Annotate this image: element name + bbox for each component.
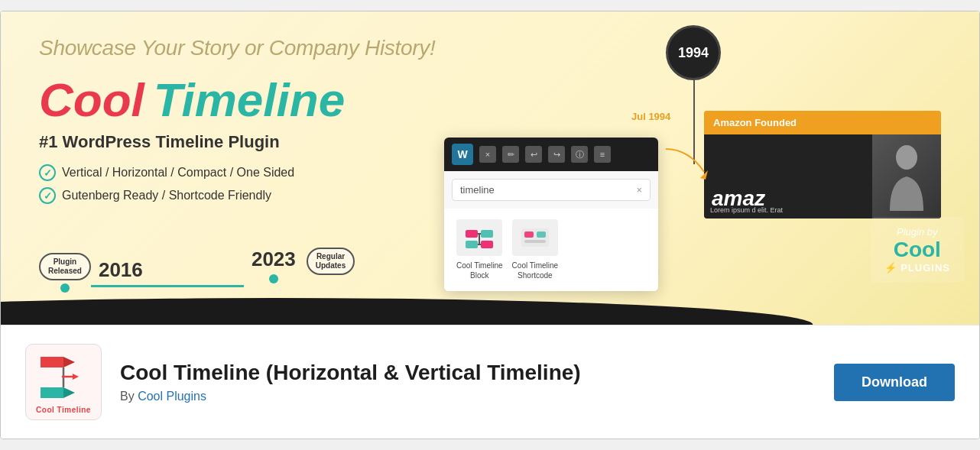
author-prefix: By bbox=[120, 390, 135, 403]
svg-rect-8 bbox=[524, 231, 534, 238]
brand-plugins-label: ⚡ PLUGINS bbox=[884, 262, 950, 274]
svg-rect-3 bbox=[481, 241, 493, 248]
block-label-2: Cool Timeline Shortcode bbox=[512, 261, 559, 280]
search-input-row[interactable]: timeline × bbox=[452, 179, 651, 201]
banner-headline: Showcase Your Story or Company History! bbox=[39, 36, 435, 60]
tl-regular-updates-label: Regular Updates bbox=[307, 248, 355, 275]
toolbar-undo-btn[interactable]: ↩ bbox=[525, 146, 542, 163]
svg-rect-7 bbox=[521, 228, 549, 247]
svg-rect-0 bbox=[466, 230, 478, 238]
check-icon: ✓ bbox=[39, 164, 56, 181]
svg-rect-9 bbox=[537, 231, 546, 238]
info-row: Cool Timeline Cool Timeline (Horizontal … bbox=[1, 325, 979, 439]
tl-year-2023: 2023 bbox=[251, 248, 296, 271]
amazon-content: amaz Lorem ipsum d elit. Erat bbox=[704, 134, 941, 219]
tl-start: Plugin Released bbox=[39, 253, 91, 293]
plugin-mockup: W × ✏ ↩ ↪ ⓘ ≡ timeline × bbox=[444, 138, 658, 291]
svg-marker-14 bbox=[63, 357, 75, 367]
plug-icon: ⚡ bbox=[884, 262, 897, 274]
block-item-block[interactable]: Cool Timeline Block bbox=[456, 219, 503, 280]
feature-text-2: Gutenberg Ready / Shortcode Friendly bbox=[62, 189, 271, 202]
wordpress-icon: W bbox=[452, 144, 473, 165]
timeline-block-svg bbox=[464, 225, 495, 250]
year-circle-1994: 1994 bbox=[666, 25, 721, 80]
tl-line-middle bbox=[91, 285, 244, 287]
banner-features: ✓ Vertical / Horizontal / Compact / One … bbox=[39, 164, 294, 210]
plugin-logo-svg bbox=[33, 351, 94, 404]
plugin-info: Cool Timeline (Horizontal & Vertical Tim… bbox=[120, 361, 816, 403]
svg-marker-17 bbox=[63, 387, 75, 398]
block-icon-timeline bbox=[456, 219, 502, 256]
feature-item: ✓ Gutenberg Ready / Shortcode Friendly bbox=[39, 187, 294, 204]
svg-rect-1 bbox=[481, 230, 493, 238]
brand-c-letter: C bbox=[894, 238, 909, 261]
block-item-shortcode[interactable]: Cool Timeline Shortcode bbox=[512, 219, 559, 280]
tl-regular-updates: Regular Updates bbox=[307, 270, 355, 275]
arrow-svg bbox=[658, 141, 712, 187]
block-label-1: Cool Timeline Block bbox=[456, 261, 503, 280]
toolbar-close-btn[interactable]: × bbox=[479, 146, 496, 163]
toolbar-info-btn[interactable]: ⓘ bbox=[571, 146, 588, 163]
author-link[interactable]: Cool Plugins bbox=[138, 390, 206, 403]
banner-subtitle: #1 WordPress Timeline Plugin bbox=[39, 132, 280, 152]
toolbar-edit-btn[interactable]: ✏ bbox=[502, 146, 519, 163]
feature-text-1: Vertical / Horizontal / Compact / One Si… bbox=[62, 166, 294, 180]
banner-title: CoolTimeline bbox=[39, 73, 345, 127]
search-clear-icon[interactable]: × bbox=[636, 184, 642, 196]
mockup-search-area: timeline × bbox=[444, 171, 658, 209]
plugin-name: Cool Timeline (Horizontal & Vertical Tim… bbox=[120, 361, 816, 385]
download-button[interactable]: Download bbox=[834, 364, 955, 401]
brand-plugins-text: PLUGINS bbox=[900, 262, 950, 274]
plugin-logo: Cool Timeline bbox=[25, 344, 102, 420]
svg-marker-16 bbox=[41, 387, 63, 398]
person-svg bbox=[884, 142, 930, 211]
svg-marker-13 bbox=[41, 357, 63, 367]
tl-dot-start bbox=[60, 283, 70, 293]
svg-rect-10 bbox=[524, 240, 546, 243]
check-icon: ✓ bbox=[39, 187, 56, 204]
plugin-card: Showcase Your Story or Company History! … bbox=[0, 11, 980, 439]
cool-plugins-brand: Plugin by Cool ⚡ PLUGINS bbox=[871, 217, 964, 283]
search-query: timeline bbox=[460, 184, 495, 196]
brand-cool-logo: Cool bbox=[884, 238, 950, 262]
brand-plugin-by-label: Plugin by bbox=[884, 226, 950, 238]
svg-rect-2 bbox=[466, 241, 478, 248]
banner: Showcase Your Story or Company History! … bbox=[1, 11, 979, 325]
svg-point-11 bbox=[896, 145, 917, 170]
amazon-card: Jul 1994 Amazon Founded amaz Lorem ipsum… bbox=[704, 111, 941, 219]
tl-year-2016: 2016 bbox=[99, 258, 143, 282]
title-cool: Cool bbox=[39, 73, 144, 126]
amazon-person-silhouette bbox=[872, 134, 941, 219]
mockup-toolbar: W × ✏ ↩ ↪ ⓘ ≡ bbox=[444, 138, 658, 171]
tl-2016: 2016 bbox=[91, 258, 244, 287]
title-timeline: Timeline bbox=[154, 73, 345, 126]
toolbar-menu-btn[interactable]: ≡ bbox=[594, 146, 611, 163]
lorem-text: Lorem ipsum d elit. Erat bbox=[704, 202, 789, 219]
toolbar-redo-btn[interactable]: ↪ bbox=[548, 146, 565, 163]
shortcode-block-svg bbox=[520, 225, 550, 250]
amazon-date: Jul 1994 bbox=[631, 111, 670, 122]
amazon-founded-header: Amazon Founded bbox=[704, 111, 941, 134]
svg-marker-19 bbox=[73, 374, 79, 380]
timeline-strip: Plugin Released 2016 2023 Regular Update… bbox=[39, 253, 355, 293]
feature-item: ✓ Vertical / Horizontal / Compact / One … bbox=[39, 164, 294, 181]
mockup-blocks: Cool Timeline Block Cool Timeline Shortc… bbox=[444, 209, 658, 291]
block-icon-shortcode bbox=[512, 219, 558, 256]
amazon-box: Amazon Founded amaz Lorem ipsum d elit. … bbox=[704, 111, 941, 219]
tl-plugin-released-label: Plugin Released bbox=[39, 253, 91, 280]
tl-dot-2023 bbox=[269, 274, 278, 283]
plugin-author: By Cool Plugins bbox=[120, 390, 816, 403]
brand-ool-text: ool bbox=[909, 238, 941, 261]
tl-2023: 2023 bbox=[244, 248, 303, 283]
logo-label: Cool Timeline bbox=[36, 406, 91, 414]
